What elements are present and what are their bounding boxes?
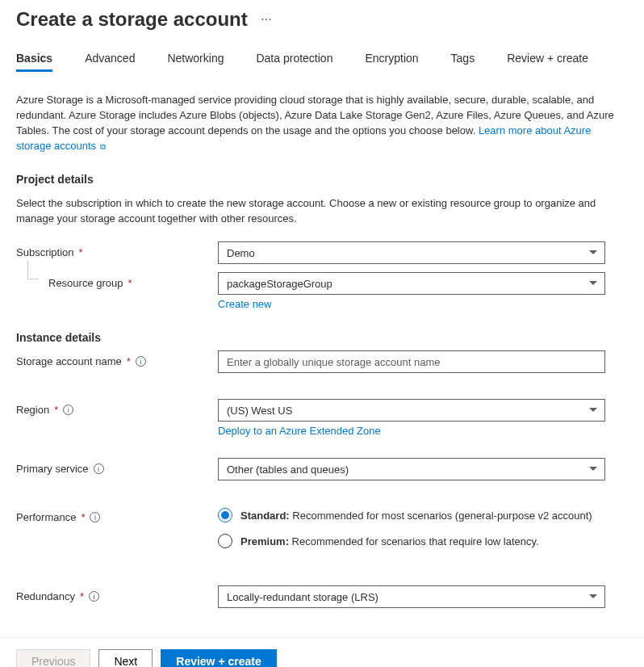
- tab-basics[interactable]: Basics: [16, 52, 52, 72]
- external-link-icon: ⧉: [96, 142, 106, 151]
- performance-standard-radio[interactable]: Standard: Recommended for most scenarios…: [218, 508, 605, 522]
- redundancy-label: Redundancy * i: [16, 585, 218, 602]
- info-icon[interactable]: i: [89, 591, 99, 602]
- tab-data-protection[interactable]: Data protection: [256, 52, 332, 72]
- previous-button: Previous: [16, 649, 90, 667]
- tab-advanced[interactable]: Advanced: [85, 52, 135, 72]
- redundancy-select[interactable]: Locally-redundant storage (LRS): [218, 585, 605, 608]
- tab-networking[interactable]: Networking: [167, 52, 224, 72]
- performance-premium-radio[interactable]: Premium: Recommended for scenarios that …: [218, 534, 605, 548]
- info-icon[interactable]: i: [94, 464, 104, 474]
- next-button[interactable]: Next: [98, 649, 153, 667]
- storage-account-name-label: Storage account name * i: [16, 350, 218, 367]
- tabs-bar: Basics Advanced Networking Data protecti…: [16, 52, 628, 72]
- resource-group-label: Resource group *: [16, 272, 218, 289]
- radio-icon: [218, 508, 232, 522]
- info-icon[interactable]: i: [136, 356, 146, 367]
- page-title-row: Create a storage account ⋯: [16, 8, 628, 31]
- intro-paragraph: Azure Storage is a Microsoft-managed ser…: [16, 93, 628, 153]
- create-new-rg-link[interactable]: Create new: [218, 298, 271, 310]
- tab-tags[interactable]: Tags: [451, 52, 475, 72]
- primary-service-label: Primary service i: [16, 458, 218, 475]
- wizard-footer: Previous Next Review + create: [0, 637, 644, 667]
- region-label: Region * i: [16, 399, 218, 416]
- project-details-desc: Select the subscription in which to crea…: [16, 196, 628, 227]
- page-title: Create a storage account: [16, 8, 248, 31]
- deploy-extended-zone-link[interactable]: Deploy to an Azure Extended Zone: [218, 425, 381, 437]
- primary-service-select[interactable]: Other (tables and queues): [218, 458, 605, 480]
- radio-icon: [218, 534, 232, 548]
- tab-encryption[interactable]: Encryption: [365, 52, 418, 72]
- info-icon[interactable]: i: [63, 405, 73, 415]
- resource-group-select[interactable]: packageStorageGroup: [218, 272, 605, 295]
- subscription-label: Subscription *: [16, 241, 218, 258]
- region-select[interactable]: (US) West US: [218, 399, 605, 422]
- tab-review-create[interactable]: Review + create: [507, 52, 588, 72]
- project-details-heading: Project details: [16, 173, 628, 186]
- instance-details-heading: Instance details: [16, 331, 628, 344]
- more-actions-icon[interactable]: ⋯: [261, 13, 274, 26]
- performance-label: Performance * i: [16, 506, 218, 523]
- subscription-select[interactable]: Demo: [218, 241, 605, 264]
- performance-radio-group: Standard: Recommended for most scenarios…: [218, 506, 605, 560]
- review-create-button[interactable]: Review + create: [161, 649, 276, 667]
- storage-account-name-input[interactable]: [218, 350, 605, 373]
- info-icon[interactable]: i: [90, 512, 100, 522]
